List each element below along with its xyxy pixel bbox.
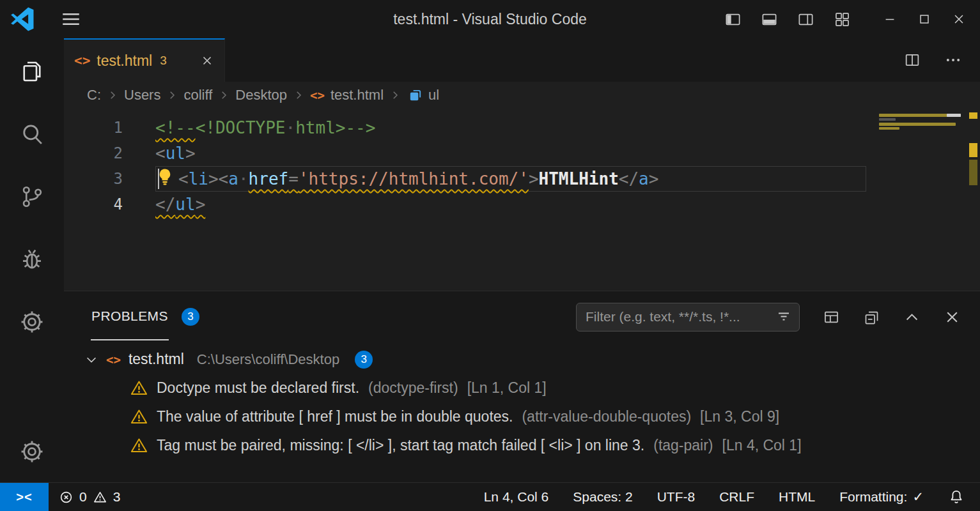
problem-position: [Ln 4, Col 1] [722, 437, 802, 454]
code-token: li [189, 169, 208, 188]
html-file-icon: <> [74, 53, 90, 68]
close-window-button[interactable] [952, 12, 966, 26]
line-number: 1 [64, 115, 123, 141]
collapse-all-icon[interactable] [863, 309, 880, 326]
breadcrumb-users[interactable]: Users [124, 87, 160, 103]
chevron-right-icon [107, 89, 118, 101]
chevron-down-icon[interactable] [84, 353, 98, 367]
toggle-sidebar-icon[interactable] [724, 11, 742, 28]
status-language[interactable]: HTML [779, 489, 815, 505]
overview-ruler [965, 109, 980, 291]
code-line-content[interactable]: <!--<!DOCTYPE·html>--> [155, 115, 875, 141]
minimap[interactable] [875, 109, 965, 291]
code-token: <!DOCTYPE [196, 118, 286, 137]
status-indentation[interactable]: Spaces: 2 [573, 489, 632, 505]
warning-icon [130, 408, 148, 425]
code-token: < [178, 169, 189, 188]
customize-layout-icon[interactable] [834, 11, 851, 28]
code-line-content[interactable]: <ul> [155, 141, 875, 166]
debug-icon[interactable] [18, 245, 46, 273]
code-token: <!-- [155, 118, 196, 137]
file-path: C:\Users\coliff\Desktop [197, 351, 339, 368]
warning-count: 3 [113, 489, 121, 505]
problem-message: Tag must be paired, missing: [ </li> ], … [157, 437, 644, 454]
problem-list: Doctype must be declared first.(doctype-… [64, 374, 980, 460]
problem-row[interactable]: Tag must be paired, missing: [ </li> ], … [64, 431, 980, 460]
toggle-panel-icon[interactable] [761, 11, 778, 28]
breadcrumb-file[interactable]: test.html [331, 87, 384, 103]
ruler-warning-mark [969, 143, 977, 157]
html-file-icon: <> [106, 353, 121, 367]
warning-icon [130, 437, 148, 454]
breadcrumb-symbol[interactable]: ul [428, 87, 439, 103]
ruler-warning-mark [969, 112, 977, 119]
problems-filter-input[interactable] [586, 309, 771, 324]
notifications-bell-icon[interactable] [948, 489, 965, 505]
status-cursor-position[interactable]: Ln 4, Col 6 [484, 489, 549, 505]
minimize-button[interactable] [883, 12, 897, 26]
minimap-line [879, 118, 896, 121]
breadcrumb-drive[interactable]: C: [87, 87, 101, 103]
code-token: > [185, 144, 196, 163]
close-panel-icon[interactable] [944, 309, 961, 326]
code-token: >< [208, 169, 228, 188]
code-line[interactable]: 1<!--<!DOCTYPE·html>--> [64, 115, 875, 141]
problem-message: The value of attribute [ href ] must be … [157, 408, 513, 425]
vscode-window: test.html - Visual Studio Code [0, 0, 980, 511]
warning-icon [130, 379, 148, 397]
code-token: < [155, 144, 166, 163]
problems-filter [576, 303, 800, 332]
status-encoding[interactable]: UTF-8 [657, 489, 696, 505]
html-file-icon: <> [310, 88, 325, 102]
close-tab-icon[interactable] [200, 54, 214, 68]
remote-indicator[interactable]: >< [0, 483, 49, 511]
activity-bar [0, 38, 64, 482]
manage-gear-icon[interactable] [18, 438, 46, 466]
editor: 1<!--<!DOCTYPE·html>-->2<ul>3<li><a·href… [64, 109, 980, 291]
problem-row[interactable]: Doctype must be declared first.(doctype-… [64, 374, 980, 402]
code-line[interactable]: 2<ul> [64, 141, 875, 166]
code-line-content[interactable]: <li><a·href='https://htmlhint.com/'>HTML… [155, 166, 866, 192]
toggle-secondary-sidebar-icon[interactable] [797, 11, 814, 28]
code-line[interactable]: 3<li><a·href='https://htmlhint.com/'>HTM… [64, 166, 875, 192]
split-editor-icon[interactable] [903, 51, 921, 69]
more-actions-icon[interactable] [944, 51, 962, 69]
breadcrumb-desktop[interactable]: Desktop [235, 87, 287, 103]
problems-count-badge: 3 [182, 308, 199, 326]
breadcrumb: C: Users coliff Desktop <> test.html ul [64, 82, 980, 109]
status-problems[interactable]: 0 3 [59, 489, 120, 505]
status-formatting[interactable]: Formatting: ✓ [839, 489, 924, 505]
code-line-content[interactable]: </ul> [155, 192, 875, 217]
source-control-icon[interactable] [18, 183, 46, 211]
code-token: · [238, 169, 249, 188]
problem-position: [Ln 1, Col 1] [467, 379, 547, 397]
code-token: 'https://htmlhint.com/' [299, 169, 529, 188]
panel-header: PROBLEMS 3 [64, 291, 980, 342]
tab-test-html[interactable]: <> test.html 3 [64, 38, 225, 82]
explorer-icon[interactable] [18, 57, 46, 86]
code-token: HTMLHint [539, 169, 619, 188]
tab-problems[interactable]: PROBLEMS [91, 293, 169, 340]
view-as-table-icon[interactable] [823, 309, 840, 326]
code-token: html>--> [295, 118, 375, 137]
breadcrumb-coliff[interactable]: coliff [183, 87, 212, 103]
minimap-line [879, 123, 956, 126]
chevron-right-icon [218, 89, 229, 101]
maximize-button[interactable] [917, 12, 931, 26]
code-token: ul [166, 144, 185, 163]
problems-file-row[interactable]: <> test.html C:\Users\coliff\Desktop 3 [64, 345, 980, 374]
settings-gear-icon[interactable] [18, 308, 46, 336]
problem-rule: (attr-value-double-quotes) [522, 408, 691, 425]
menu-icon[interactable] [60, 8, 82, 30]
problem-row[interactable]: The value of attribute [ href ] must be … [64, 402, 980, 431]
tab-problem-count: 3 [160, 54, 167, 68]
maximize-panel-icon[interactable] [903, 309, 921, 326]
code-line[interactable]: 4</ul> [64, 192, 875, 217]
filter-icon[interactable] [776, 309, 791, 324]
code-token: = [288, 169, 299, 188]
formatting-label: Formatting: [839, 489, 907, 505]
search-icon[interactable] [18, 120, 46, 148]
code-token: > [649, 169, 659, 188]
status-eol[interactable]: CRLF [719, 489, 754, 505]
editor-cursor [158, 169, 159, 189]
